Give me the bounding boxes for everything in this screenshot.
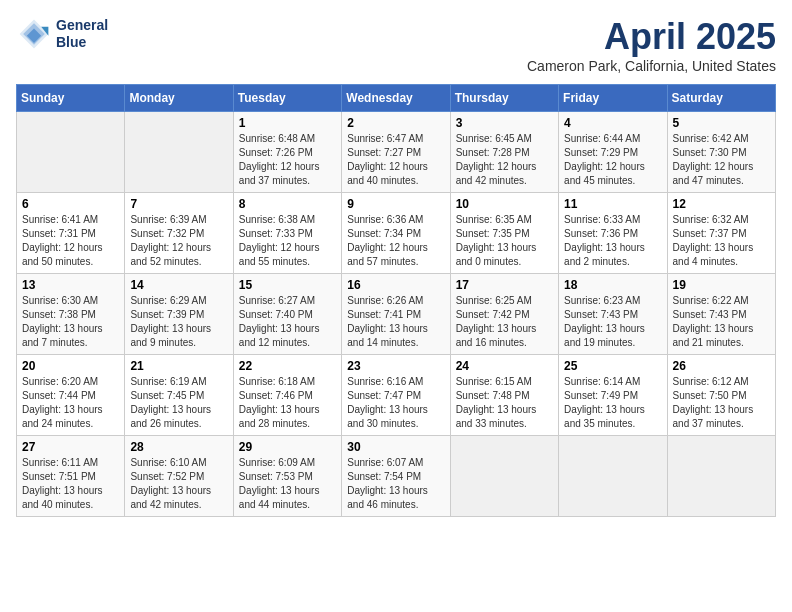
calendar-week-row: 6Sunrise: 6:41 AMSunset: 7:31 PMDaylight… [17, 193, 776, 274]
day-number: 11 [564, 197, 661, 211]
main-title: April 2025 [527, 16, 776, 58]
day-info: Sunrise: 6:47 AMSunset: 7:27 PMDaylight:… [347, 132, 444, 188]
day-number: 17 [456, 278, 553, 292]
calendar-cell: 13Sunrise: 6:30 AMSunset: 7:38 PMDayligh… [17, 274, 125, 355]
day-info: Sunrise: 6:22 AMSunset: 7:43 PMDaylight:… [673, 294, 770, 350]
calendar-cell: 17Sunrise: 6:25 AMSunset: 7:42 PMDayligh… [450, 274, 558, 355]
title-area: April 2025 Cameron Park, California, Uni… [527, 16, 776, 74]
logo-text: General Blue [56, 17, 108, 51]
logo: General Blue [16, 16, 108, 52]
calendar-cell: 8Sunrise: 6:38 AMSunset: 7:33 PMDaylight… [233, 193, 341, 274]
calendar-header-thursday: Thursday [450, 85, 558, 112]
day-info: Sunrise: 6:16 AMSunset: 7:47 PMDaylight:… [347, 375, 444, 431]
calendar-header-tuesday: Tuesday [233, 85, 341, 112]
day-info: Sunrise: 6:36 AMSunset: 7:34 PMDaylight:… [347, 213, 444, 269]
calendar-cell: 18Sunrise: 6:23 AMSunset: 7:43 PMDayligh… [559, 274, 667, 355]
calendar-header-saturday: Saturday [667, 85, 775, 112]
day-number: 10 [456, 197, 553, 211]
page-header: General Blue April 2025 Cameron Park, Ca… [16, 16, 776, 74]
calendar-cell: 16Sunrise: 6:26 AMSunset: 7:41 PMDayligh… [342, 274, 450, 355]
day-info: Sunrise: 6:10 AMSunset: 7:52 PMDaylight:… [130, 456, 227, 512]
day-number: 6 [22, 197, 119, 211]
subtitle: Cameron Park, California, United States [527, 58, 776, 74]
calendar-cell: 3Sunrise: 6:45 AMSunset: 7:28 PMDaylight… [450, 112, 558, 193]
day-number: 25 [564, 359, 661, 373]
calendar-cell: 12Sunrise: 6:32 AMSunset: 7:37 PMDayligh… [667, 193, 775, 274]
calendar-cell: 4Sunrise: 6:44 AMSunset: 7:29 PMDaylight… [559, 112, 667, 193]
day-number: 14 [130, 278, 227, 292]
day-number: 28 [130, 440, 227, 454]
calendar-header-sunday: Sunday [17, 85, 125, 112]
day-number: 8 [239, 197, 336, 211]
day-info: Sunrise: 6:20 AMSunset: 7:44 PMDaylight:… [22, 375, 119, 431]
calendar-header-monday: Monday [125, 85, 233, 112]
calendar-cell [559, 436, 667, 517]
day-number: 23 [347, 359, 444, 373]
day-info: Sunrise: 6:09 AMSunset: 7:53 PMDaylight:… [239, 456, 336, 512]
day-info: Sunrise: 6:48 AMSunset: 7:26 PMDaylight:… [239, 132, 336, 188]
day-number: 9 [347, 197, 444, 211]
day-number: 15 [239, 278, 336, 292]
calendar-cell: 28Sunrise: 6:10 AMSunset: 7:52 PMDayligh… [125, 436, 233, 517]
calendar-cell: 26Sunrise: 6:12 AMSunset: 7:50 PMDayligh… [667, 355, 775, 436]
day-info: Sunrise: 6:11 AMSunset: 7:51 PMDaylight:… [22, 456, 119, 512]
day-info: Sunrise: 6:38 AMSunset: 7:33 PMDaylight:… [239, 213, 336, 269]
calendar-week-row: 1Sunrise: 6:48 AMSunset: 7:26 PMDaylight… [17, 112, 776, 193]
day-number: 27 [22, 440, 119, 454]
day-info: Sunrise: 6:41 AMSunset: 7:31 PMDaylight:… [22, 213, 119, 269]
day-number: 2 [347, 116, 444, 130]
calendar-cell: 6Sunrise: 6:41 AMSunset: 7:31 PMDaylight… [17, 193, 125, 274]
calendar-cell [450, 436, 558, 517]
day-number: 24 [456, 359, 553, 373]
day-number: 1 [239, 116, 336, 130]
day-number: 12 [673, 197, 770, 211]
day-info: Sunrise: 6:23 AMSunset: 7:43 PMDaylight:… [564, 294, 661, 350]
day-info: Sunrise: 6:42 AMSunset: 7:30 PMDaylight:… [673, 132, 770, 188]
calendar-cell: 1Sunrise: 6:48 AMSunset: 7:26 PMDaylight… [233, 112, 341, 193]
calendar-cell: 5Sunrise: 6:42 AMSunset: 7:30 PMDaylight… [667, 112, 775, 193]
calendar-cell: 29Sunrise: 6:09 AMSunset: 7:53 PMDayligh… [233, 436, 341, 517]
day-number: 22 [239, 359, 336, 373]
day-number: 4 [564, 116, 661, 130]
calendar-cell: 15Sunrise: 6:27 AMSunset: 7:40 PMDayligh… [233, 274, 341, 355]
day-number: 26 [673, 359, 770, 373]
day-number: 5 [673, 116, 770, 130]
day-number: 18 [564, 278, 661, 292]
day-number: 29 [239, 440, 336, 454]
day-info: Sunrise: 6:45 AMSunset: 7:28 PMDaylight:… [456, 132, 553, 188]
day-info: Sunrise: 6:25 AMSunset: 7:42 PMDaylight:… [456, 294, 553, 350]
day-info: Sunrise: 6:44 AMSunset: 7:29 PMDaylight:… [564, 132, 661, 188]
calendar-header-friday: Friday [559, 85, 667, 112]
calendar-cell: 30Sunrise: 6:07 AMSunset: 7:54 PMDayligh… [342, 436, 450, 517]
calendar-cell: 24Sunrise: 6:15 AMSunset: 7:48 PMDayligh… [450, 355, 558, 436]
calendar-cell: 9Sunrise: 6:36 AMSunset: 7:34 PMDaylight… [342, 193, 450, 274]
day-info: Sunrise: 6:14 AMSunset: 7:49 PMDaylight:… [564, 375, 661, 431]
calendar-cell [125, 112, 233, 193]
day-info: Sunrise: 6:39 AMSunset: 7:32 PMDaylight:… [130, 213, 227, 269]
calendar-cell: 19Sunrise: 6:22 AMSunset: 7:43 PMDayligh… [667, 274, 775, 355]
day-number: 20 [22, 359, 119, 373]
day-info: Sunrise: 6:26 AMSunset: 7:41 PMDaylight:… [347, 294, 444, 350]
calendar-header-wednesday: Wednesday [342, 85, 450, 112]
calendar-cell: 22Sunrise: 6:18 AMSunset: 7:46 PMDayligh… [233, 355, 341, 436]
day-info: Sunrise: 6:18 AMSunset: 7:46 PMDaylight:… [239, 375, 336, 431]
day-info: Sunrise: 6:12 AMSunset: 7:50 PMDaylight:… [673, 375, 770, 431]
calendar-cell: 2Sunrise: 6:47 AMSunset: 7:27 PMDaylight… [342, 112, 450, 193]
day-info: Sunrise: 6:32 AMSunset: 7:37 PMDaylight:… [673, 213, 770, 269]
calendar-cell: 25Sunrise: 6:14 AMSunset: 7:49 PMDayligh… [559, 355, 667, 436]
calendar-week-row: 13Sunrise: 6:30 AMSunset: 7:38 PMDayligh… [17, 274, 776, 355]
day-info: Sunrise: 6:29 AMSunset: 7:39 PMDaylight:… [130, 294, 227, 350]
calendar-cell: 10Sunrise: 6:35 AMSunset: 7:35 PMDayligh… [450, 193, 558, 274]
logo-icon [16, 16, 52, 52]
day-number: 13 [22, 278, 119, 292]
day-info: Sunrise: 6:35 AMSunset: 7:35 PMDaylight:… [456, 213, 553, 269]
calendar-cell: 27Sunrise: 6:11 AMSunset: 7:51 PMDayligh… [17, 436, 125, 517]
calendar-week-row: 27Sunrise: 6:11 AMSunset: 7:51 PMDayligh… [17, 436, 776, 517]
day-number: 7 [130, 197, 227, 211]
day-info: Sunrise: 6:15 AMSunset: 7:48 PMDaylight:… [456, 375, 553, 431]
day-number: 30 [347, 440, 444, 454]
day-number: 21 [130, 359, 227, 373]
day-number: 3 [456, 116, 553, 130]
day-info: Sunrise: 6:07 AMSunset: 7:54 PMDaylight:… [347, 456, 444, 512]
calendar-cell: 11Sunrise: 6:33 AMSunset: 7:36 PMDayligh… [559, 193, 667, 274]
